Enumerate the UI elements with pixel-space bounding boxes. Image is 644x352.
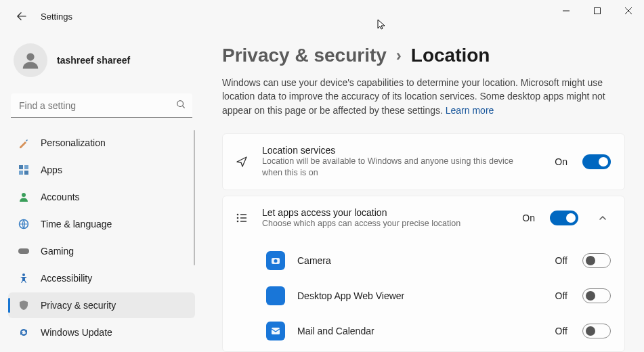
sidebar-item-label: Gaming [41, 246, 74, 257]
gamepad-icon [18, 245, 30, 257]
mail-calendar-location-toggle[interactable] [582, 324, 611, 338]
location-arrow-icon [234, 155, 250, 169]
window-controls [551, 0, 644, 27]
minimize-button[interactable] [551, 0, 582, 22]
svg-point-15 [274, 259, 278, 263]
titlebar: Settings [0, 0, 644, 32]
setting-title: Let apps access your location [262, 207, 510, 218]
app-access-toggle[interactable] [550, 211, 578, 225]
breadcrumb-parent[interactable]: Privacy & security [222, 45, 387, 66]
sidebar-item-label: Privacy & security [41, 300, 116, 311]
main-content: Privacy & security › Location Windows ca… [203, 32, 644, 352]
sidebar-item-accounts[interactable]: Accounts [8, 184, 195, 210]
svg-point-13 [237, 221, 239, 223]
sidebar-item-label: Time & language [41, 219, 112, 229]
setting-title: Location services [262, 145, 542, 156]
svg-rect-4 [24, 165, 28, 169]
list-icon [234, 211, 250, 225]
sidebar-item-label: Personalization [41, 137, 106, 148]
sidebar-item-privacy-security[interactable]: Privacy & security [8, 292, 195, 318]
search-input[interactable] [11, 93, 192, 118]
expand-button[interactable] [595, 213, 611, 223]
svg-point-1 [26, 53, 34, 60]
chevron-right-icon: › [396, 46, 402, 65]
shield-icon [18, 299, 30, 311]
sidebar-item-label: Accounts [41, 192, 80, 202]
svg-rect-16 [272, 328, 280, 334]
maximize-button[interactable] [582, 0, 613, 22]
app-name: Desktop App Web Viewer [297, 290, 543, 301]
app-name: Camera [297, 255, 543, 266]
sidebar-item-personalization[interactable]: Personalization [8, 130, 195, 156]
svg-point-11 [237, 214, 239, 216]
svg-rect-3 [19, 165, 23, 169]
svg-point-7 [22, 193, 26, 197]
svg-rect-0 [595, 8, 601, 14]
close-icon [624, 7, 632, 15]
search-box[interactable] [11, 93, 192, 118]
toggle-state-label: On [522, 213, 535, 223]
svg-point-10 [22, 273, 25, 276]
app-row-mail-calendar: Mail and Calendar Off [223, 313, 624, 349]
toggle-state-label: Off [555, 255, 567, 266]
arrow-left-icon [17, 12, 26, 21]
desktop-app-web-viewer-icon [266, 286, 285, 305]
setting-subtitle: Location will be available to Windows an… [262, 156, 533, 179]
location-services-toggle[interactable] [582, 154, 611, 169]
svg-rect-5 [19, 171, 23, 175]
person-icon [18, 191, 30, 203]
mail-calendar-icon [266, 322, 285, 340]
sidebar: tashreef shareef Personalization Apps Ac… [0, 32, 203, 352]
sidebar-item-accessibility[interactable]: Accessibility [8, 265, 195, 291]
app-list: Camera Off Desktop App Web Viewer Off Ma… [223, 240, 624, 351]
toggle-state-label: Off [555, 290, 567, 301]
window-title: Settings [41, 12, 72, 22]
setting-app-access: Let apps access your location Choose whi… [222, 196, 625, 352]
minimize-icon [562, 7, 570, 15]
page-title: Location [411, 45, 490, 66]
close-button[interactable] [613, 0, 644, 22]
camera-app-icon [266, 251, 285, 270]
toggle-state-label: On [555, 156, 567, 167]
app-row-desktop-app-web-viewer: Desktop App Web Viewer Off [223, 278, 624, 313]
person-icon [20, 50, 41, 70]
page-description: Windows can use your device's capabiliti… [222, 76, 615, 117]
username: tashreef shareef [57, 55, 130, 66]
accessibility-icon [18, 272, 30, 284]
sync-icon [18, 326, 30, 338]
app-name: Mail and Calendar [297, 326, 543, 336]
learn-more-link[interactable]: Learn more [446, 105, 494, 116]
avatar [14, 43, 47, 77]
back-button[interactable] [11, 5, 33, 27]
profile[interactable]: tashreef shareef [8, 38, 195, 89]
setting-subtitle: Choose which apps can access your precis… [262, 218, 510, 229]
sidebar-item-time-language[interactable]: Time & language [8, 211, 195, 237]
sidebar-item-label: Accessibility [41, 273, 92, 284]
breadcrumb: Privacy & security › Location [222, 45, 625, 66]
sidebar-item-windows-update[interactable]: Windows Update [8, 320, 195, 345]
sidebar-item-gaming[interactable]: Gaming [8, 238, 195, 264]
svg-rect-6 [24, 171, 28, 175]
sidebar-item-label: Windows Update [41, 327, 112, 338]
apps-icon [18, 164, 30, 176]
brush-icon [18, 137, 30, 149]
svg-rect-9 [18, 248, 29, 254]
sidebar-item-label: Apps [41, 164, 62, 175]
globe-icon [18, 218, 30, 230]
svg-point-12 [237, 217, 239, 219]
svg-point-2 [177, 101, 184, 107]
camera-location-toggle[interactable] [582, 253, 611, 268]
search-icon [176, 100, 186, 112]
setting-location-services: Location services Location will be avail… [222, 133, 625, 190]
desktop-app-web-viewer-location-toggle[interactable] [582, 288, 611, 303]
sidebar-item-apps[interactable]: Apps [8, 157, 195, 183]
app-row-camera: Camera Off [223, 243, 624, 278]
chevron-up-icon [598, 213, 607, 223]
toggle-state-label: Off [555, 326, 567, 336]
maximize-icon [593, 7, 601, 15]
nav-list: Personalization Apps Accounts Time & lan… [8, 130, 195, 345]
